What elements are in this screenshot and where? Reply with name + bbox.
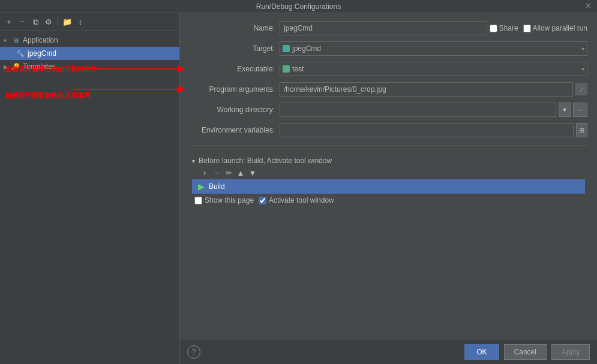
left-toolbar: + − ⧉ ⚙ 📁 ↕: [0, 13, 179, 31]
collapsed-arrow: ▶: [4, 64, 11, 70]
name-row: Name: Share Allow parallel run: [190, 20, 587, 36]
form-area: Name: Share Allow parallel run: [180, 13, 597, 339]
target-gear-icon: [283, 45, 290, 52]
activate-tool-window-label[interactable]: Activate tool window: [259, 196, 334, 204]
template-icon: 🔑: [11, 62, 20, 71]
before-launch-edit-button[interactable]: ✏: [223, 167, 234, 178]
target-field: jpegCmd ▾: [280, 41, 587, 56]
env-vars-field: ⊞: [280, 123, 587, 137]
env-vars-row: Environment variables: ⊞: [190, 122, 587, 138]
templates-label: Templates: [23, 62, 56, 71]
bottom-right: OK Cancel Apply: [464, 344, 590, 360]
target-select-wrapper: jpegCmd ▾: [280, 41, 587, 56]
dialog-title: Run/Debug Configurations: [256, 2, 341, 11]
browse-working-dir-button[interactable]: ▾: [559, 103, 571, 117]
allow-parallel-label[interactable]: Allow parallel run: [523, 24, 587, 32]
allow-parallel-checkbox[interactable]: [523, 25, 531, 32]
checkboxes-row: Show this page Activate tool window: [190, 194, 587, 207]
config-tree: ▾ 🖥 Application 🔧 jpegCmd ▶ 🔑 Templates …: [0, 31, 179, 364]
working-dir-input[interactable]: [280, 103, 556, 117]
bottom-left: ?: [187, 345, 200, 359]
target-chevron-icon: ▾: [581, 46, 584, 52]
env-vars-input[interactable]: [280, 123, 574, 137]
target-value: jpegCmd: [292, 44, 581, 53]
executable-value: test: [292, 65, 581, 73]
name-label: Name:: [190, 24, 280, 32]
expand-arrow: ▾: [4, 37, 11, 44]
application-label: Application: [23, 36, 58, 44]
working-dir-ellipsis-button[interactable]: ···: [573, 103, 587, 117]
name-input[interactable]: [280, 21, 487, 35]
share-checkbox-label[interactable]: Share: [490, 24, 518, 32]
working-dir-row: Working directory: ▾ ···: [190, 102, 587, 118]
executable-field: test ▾: [280, 62, 587, 76]
executable-label: Executable:: [190, 65, 280, 73]
working-dir-field: ▾ ···: [280, 103, 587, 117]
left-panel: + − ⧉ ⚙ 📁 ↕ ▾ 🖥 Application 🔧 jpegCmd ▶ …: [0, 13, 180, 364]
before-launch-up-button[interactable]: ▲: [235, 167, 246, 178]
program-args-field: ⤢: [280, 82, 587, 97]
separator: [190, 145, 587, 146]
target-label: Target:: [190, 44, 280, 53]
executable-chevron-icon: ▾: [581, 66, 584, 73]
sort-button[interactable]: ↕: [75, 17, 86, 28]
expand-program-args-button[interactable]: ⤢: [575, 83, 587, 95]
title-bar: Run/Debug Configurations ✕: [0, 0, 597, 13]
tree-item-application[interactable]: ▾ 🖥 Application: [0, 34, 179, 47]
header-checkboxes: Share Allow parallel run: [490, 24, 587, 32]
build-run-icon: ▶: [197, 182, 205, 191]
cancel-button[interactable]: Cancel: [504, 344, 547, 360]
show-this-page-checkbox[interactable]: [194, 197, 202, 204]
program-args-input[interactable]: [280, 82, 573, 97]
program-args-row: Program arguments: ⤢: [190, 82, 587, 97]
show-this-page-label[interactable]: Show this page: [194, 196, 254, 204]
help-button[interactable]: ?: [187, 345, 200, 359]
before-launch-arrow-icon: ▾: [192, 158, 195, 164]
before-launch-add-button[interactable]: +: [199, 167, 210, 178]
executable-run-icon: [283, 65, 290, 73]
before-launch-header[interactable]: ▾ Before launch: Build, Activate tool wi…: [190, 155, 587, 166]
working-dir-label: Working directory:: [190, 106, 280, 114]
settings-button[interactable]: ⚙: [43, 17, 54, 28]
build-label: Build: [209, 182, 225, 191]
jpegcmd-label: jpegCmd: [28, 49, 56, 58]
toolbar-separator: [58, 18, 58, 26]
apply-button[interactable]: Apply: [551, 344, 590, 360]
bottom-bar: ? OK Cancel Apply: [180, 339, 597, 364]
target-row: Target: jpegCmd ▾: [190, 41, 587, 56]
activate-tool-window-text: Activate tool window: [269, 196, 334, 204]
before-launch-down-button[interactable]: ▼: [247, 167, 258, 178]
config-icon: 🔧: [16, 49, 25, 58]
build-item[interactable]: ▶ Build: [192, 179, 585, 194]
copy-button[interactable]: ⧉: [30, 17, 41, 28]
application-icon: 🖥: [11, 35, 20, 45]
env-vars-browse-button[interactable]: ⊞: [576, 123, 587, 137]
before-launch-section: ▾ Before launch: Build, Activate tool wi…: [190, 155, 587, 207]
close-icon[interactable]: ✕: [584, 2, 592, 10]
annotation-program-args: 如果运行需要参数在这里填写: [5, 91, 91, 100]
program-args-label: Program arguments:: [190, 85, 280, 94]
remove-button[interactable]: −: [17, 17, 28, 28]
tree-item-templates[interactable]: ▶ 🔑 Templates: [0, 60, 179, 73]
new-folder-button[interactable]: 📁: [62, 17, 73, 28]
env-vars-label: Environment variables:: [190, 126, 280, 134]
before-launch-remove-button[interactable]: −: [211, 167, 222, 178]
share-checkbox[interactable]: [490, 25, 497, 32]
before-launch-title: Before launch: Build, Activate tool wind…: [199, 157, 332, 165]
executable-select-wrapper: test ▾: [280, 62, 587, 76]
before-launch-toolbar: + − ✏ ▲ ▼: [190, 166, 587, 179]
activate-tool-window-checkbox[interactable]: [259, 197, 266, 204]
show-this-page-text: Show this page: [205, 196, 254, 204]
executable-row: Executable: test ▾: [190, 61, 587, 77]
add-button[interactable]: +: [4, 17, 14, 28]
name-field: Share Allow parallel run: [280, 21, 587, 35]
right-panel: Name: Share Allow parallel run: [180, 13, 597, 364]
ok-button[interactable]: OK: [464, 344, 499, 360]
tree-item-jpegcmd[interactable]: 🔧 jpegCmd: [0, 47, 179, 60]
